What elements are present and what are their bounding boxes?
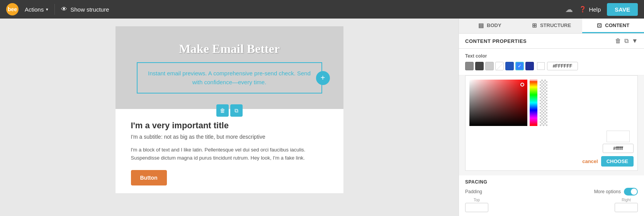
logo-text: bee bbox=[8, 6, 17, 12]
structure-tab-icon: ⊞ bbox=[532, 22, 537, 29]
tab-content-label: CONTENT bbox=[605, 22, 629, 28]
padding-row: Padding More options bbox=[465, 188, 638, 196]
tab-content[interactable]: ⊡ CONTENT bbox=[582, 19, 644, 33]
text-color-label: Text color bbox=[465, 53, 638, 59]
swatch-blue-mid[interactable]: ✓ bbox=[515, 62, 524, 70]
spacing-title: SPACING bbox=[465, 179, 638, 185]
content-section: I'm a very important title I'm a subtitl… bbox=[116, 109, 343, 193]
swatch-blue-dark[interactable] bbox=[505, 62, 514, 70]
collapse-icon[interactable]: ▼ bbox=[632, 37, 638, 44]
hue-slider[interactable] bbox=[530, 80, 537, 126]
content-tab-icon: ⊡ bbox=[597, 22, 602, 29]
color-picker-main bbox=[469, 80, 634, 126]
hero-subtitle: Instant email previews. A comprehensive … bbox=[145, 69, 314, 87]
body-tab-icon: ▤ bbox=[478, 22, 484, 29]
swatch-navy[interactable] bbox=[525, 62, 534, 70]
padding-label: Padding bbox=[465, 189, 482, 194]
actions-menu[interactable]: Actions ▾ bbox=[25, 6, 48, 13]
hue-cursor bbox=[530, 80, 537, 81]
cloud-upload-icon[interactable]: ☁ bbox=[565, 5, 573, 14]
color-result-preview bbox=[607, 131, 630, 142]
content-button[interactable]: Button bbox=[131, 170, 167, 185]
panel-tabs: ▤ BODY ⊞ STRUCTURE ⊡ CONTENT bbox=[459, 19, 644, 34]
text-color-section: Text color ✓ bbox=[459, 49, 644, 75]
duplicate-icon[interactable]: ⧉ bbox=[624, 37, 629, 44]
toggle-knob bbox=[631, 189, 637, 195]
spacing-section: SPACING Padding More options Top Right bbox=[459, 175, 644, 216]
content-subtitle: I'm a subtitle: not as big as the title,… bbox=[131, 134, 328, 140]
properties-icon-row: 🗑 ⧉ ▼ bbox=[615, 37, 638, 44]
hero-subtitle-box[interactable]: Instant email previews. A comprehensive … bbox=[137, 62, 322, 94]
svg-line-0 bbox=[496, 62, 504, 71]
tab-body[interactable]: ▤ BODY bbox=[459, 19, 521, 33]
swatch-gray-mid[interactable] bbox=[465, 62, 474, 70]
hero-section: Make Email Better Instant email previews… bbox=[116, 26, 343, 109]
tab-body-label: BODY bbox=[487, 22, 501, 28]
topbar-right: ☁ ❓ Help SAVE bbox=[565, 3, 638, 16]
tab-structure[interactable]: ⊞ STRUCTURE bbox=[521, 19, 583, 33]
cancel-button[interactable]: cancel bbox=[582, 156, 598, 167]
canvas-area: Make Email Better Instant email previews… bbox=[0, 19, 459, 216]
top-input[interactable] bbox=[465, 203, 488, 212]
right-input[interactable] bbox=[615, 203, 638, 212]
alpha-slider[interactable] bbox=[540, 80, 547, 126]
more-options-toggle[interactable] bbox=[624, 188, 638, 196]
show-structure-toggle[interactable]: 👁 Show structure bbox=[61, 6, 109, 13]
delete-content-button[interactable]: 🗑 bbox=[216, 104, 229, 117]
content-title: I'm a very important title bbox=[131, 121, 328, 131]
top-input-group: Top bbox=[465, 198, 488, 212]
properties-header: CONTENT PROPERTIES 🗑 ⧉ ▼ bbox=[459, 34, 644, 49]
add-content-button[interactable]: + bbox=[316, 71, 330, 85]
bee-logo: bee bbox=[6, 3, 19, 15]
swatch-dark[interactable] bbox=[475, 62, 484, 70]
content-action-bar: 🗑 ⧉ bbox=[216, 104, 243, 117]
text-color-row: ✓ bbox=[465, 62, 638, 70]
color-hex-field[interactable] bbox=[547, 62, 578, 70]
divider bbox=[54, 4, 55, 15]
chevron-down-icon: ▾ bbox=[46, 7, 48, 12]
right-label: Right bbox=[622, 198, 630, 202]
right-panel: ▤ BODY ⊞ STRUCTURE ⊡ CONTENT CONTENT PRO… bbox=[459, 19, 644, 216]
choose-button[interactable]: CHOOSE bbox=[601, 156, 634, 167]
trash-icon[interactable]: 🗑 bbox=[615, 37, 621, 44]
duplicate-content-button[interactable]: ⧉ bbox=[230, 104, 243, 117]
more-options-toggle-wrapper: More options bbox=[594, 188, 638, 196]
show-structure-label: Show structure bbox=[70, 6, 109, 13]
main-layout: Make Email Better Instant email previews… bbox=[0, 19, 644, 216]
more-options-label: More options bbox=[594, 189, 621, 194]
eye-icon: 👁 bbox=[61, 6, 67, 13]
actions-label: Actions bbox=[25, 6, 44, 13]
tab-structure-label: STRUCTURE bbox=[540, 22, 571, 28]
color-picker-popup: cancel CHOOSE bbox=[465, 75, 638, 171]
color-preview-white bbox=[537, 62, 545, 70]
color-picker-cursor bbox=[520, 83, 524, 87]
properties-title: CONTENT PROPERTIES bbox=[465, 38, 527, 44]
swatch-light-gray[interactable] bbox=[485, 62, 494, 70]
right-input-group: Right bbox=[615, 198, 638, 212]
padding-inputs: Top Right bbox=[465, 198, 638, 212]
color-gradient-area[interactable] bbox=[469, 80, 527, 126]
hero-title: Make Email Better bbox=[123, 42, 336, 56]
color-swatches: ✓ bbox=[465, 62, 534, 70]
color-hex-row bbox=[469, 129, 634, 153]
help-label: Help bbox=[589, 6, 601, 13]
question-icon: ❓ bbox=[579, 6, 586, 13]
content-body: I'm a block of text and I like latin. Pe… bbox=[131, 146, 328, 162]
color-picker-hex-input[interactable] bbox=[603, 144, 634, 153]
picker-actions: cancel CHOOSE bbox=[469, 156, 634, 167]
swatch-white[interactable] bbox=[495, 62, 504, 70]
save-button[interactable]: SAVE bbox=[607, 3, 638, 16]
help-button[interactable]: ❓ Help bbox=[579, 6, 601, 13]
topbar: bee Actions ▾ 👁 Show structure ☁ ❓ Help … bbox=[0, 0, 644, 19]
top-label: Top bbox=[474, 198, 480, 202]
